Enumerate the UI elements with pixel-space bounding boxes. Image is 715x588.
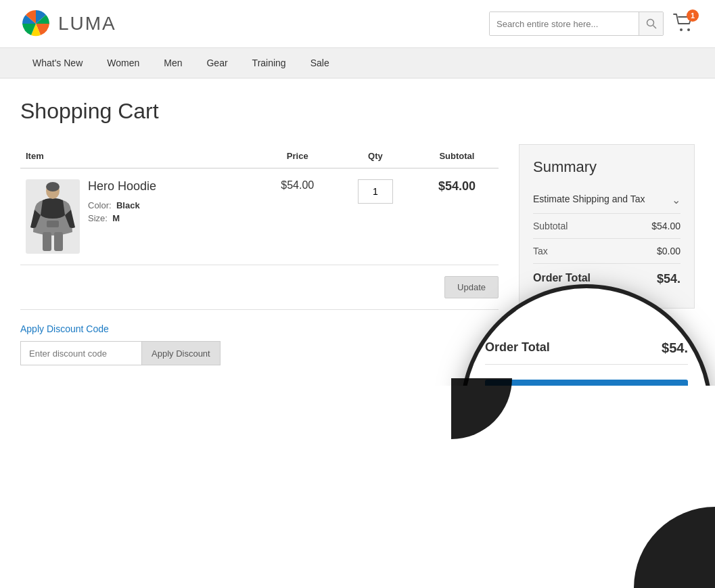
- nav-item-men[interactable]: Men: [152, 48, 194, 78]
- apply-discount-button[interactable]: Apply Discount: [142, 341, 221, 365]
- item-qty-cell: [336, 168, 415, 265]
- col-price: Price: [260, 144, 336, 168]
- logo-area[interactable]: LUMA: [20, 8, 116, 39]
- svg-rect-7: [43, 232, 51, 251]
- nav-item-whats-new[interactable]: What's New: [20, 48, 95, 78]
- discount-section: Apply Discount Code Apply Discount: [20, 323, 499, 365]
- cart-area[interactable]: 1: [673, 14, 695, 35]
- color-value: Black: [116, 200, 140, 210]
- logo-text: LUMA: [58, 13, 116, 35]
- qty-input[interactable]: [358, 179, 393, 204]
- item-info: Hero Hoodie Color: Black Size: M: [80, 179, 156, 226]
- cart-actions: Update: [20, 265, 499, 310]
- search-input[interactable]: [490, 12, 639, 35]
- col-item: Item: [20, 144, 260, 168]
- item-name: Hero Hoodie: [88, 179, 156, 194]
- update-cart-button[interactable]: Update: [444, 276, 499, 298]
- discount-code-input[interactable]: [20, 341, 142, 365]
- cart-icon-wrap: 1: [673, 14, 695, 35]
- checkout-button[interactable]: Go to Checkout: [485, 380, 688, 386]
- col-qty: Qty: [336, 144, 415, 168]
- item-color: Color: Black: [88, 200, 156, 210]
- nav-item-gear[interactable]: Gear: [194, 48, 239, 78]
- discount-form: Apply Discount: [20, 341, 499, 365]
- zoom-order-total-label: Order Total: [485, 340, 550, 356]
- subtotal-row: Subtotal $54.00: [533, 214, 681, 239]
- nav-item-training[interactable]: Training: [240, 48, 298, 78]
- search-icon: [646, 18, 657, 29]
- subtotal-label: Subtotal: [533, 221, 568, 231]
- summary-title: Summary: [533, 158, 681, 176]
- estimate-shipping-row[interactable]: Estimate Shipping and Tax ⌄: [533, 187, 681, 214]
- order-total-value: $54.: [657, 272, 681, 286]
- item-subtotal: $54.00: [415, 168, 499, 265]
- item-cell: Hero Hoodie Color: Black Size: M: [26, 179, 254, 254]
- item-price: $54.00: [260, 168, 336, 265]
- zoom-order-total-value: $54.: [662, 340, 688, 356]
- cart-right: Summary Estimate Shipping and Tax ⌄ Subt…: [519, 144, 695, 365]
- subtotal-value: $54.00: [651, 221, 681, 231]
- header-right: 1: [489, 12, 695, 36]
- estimate-chevron-icon: ⌄: [672, 194, 681, 206]
- tax-label: Tax: [533, 246, 548, 256]
- svg-line-2: [653, 26, 656, 29]
- product-image-icon: [28, 181, 78, 252]
- estimate-label: Estimate Shipping and Tax: [533, 194, 672, 204]
- main-content: Shopping Cart Item Price Qty Subtotal: [0, 78, 715, 386]
- cart-left: Item Price Qty Subtotal: [20, 144, 499, 365]
- color-label: Color:: [88, 200, 112, 210]
- search-box[interactable]: [489, 12, 664, 36]
- svg-point-1: [647, 20, 653, 26]
- order-total-label: Order Total: [533, 272, 591, 286]
- item-image: [26, 179, 80, 254]
- apply-discount-link[interactable]: Apply Discount Code: [20, 323, 109, 334]
- col-subtotal: Subtotal: [415, 144, 499, 168]
- main-nav: What's New Women Men Gear Training Sale: [0, 48, 715, 78]
- item-size: Size: M: [88, 213, 156, 223]
- svg-point-6: [46, 182, 60, 191]
- table-row: Hero Hoodie Color: Black Size: M: [20, 168, 499, 265]
- size-label: Size:: [88, 213, 108, 223]
- luma-logo-icon: [20, 8, 51, 39]
- zoom-order-total: Order Total $54.: [485, 340, 688, 365]
- summary-panel: Summary Estimate Shipping and Tax ⌄ Subt…: [519, 144, 695, 309]
- page-title: Shopping Cart: [20, 99, 695, 124]
- header: LUMA 1: [0, 0, 715, 48]
- cart-layout: Item Price Qty Subtotal: [20, 144, 695, 365]
- svg-point-3: [680, 28, 683, 31]
- svg-point-4: [687, 28, 690, 31]
- tax-value: $0.00: [657, 246, 681, 256]
- size-value: M: [112, 213, 120, 223]
- cart-badge: 1: [687, 9, 699, 22]
- nav-item-women[interactable]: Women: [95, 48, 152, 78]
- cart-table: Item Price Qty Subtotal: [20, 144, 499, 265]
- search-button[interactable]: [639, 12, 663, 35]
- tax-row: Tax $0.00: [533, 239, 681, 264]
- svg-rect-8: [54, 232, 63, 251]
- svg-rect-9: [47, 221, 59, 227]
- nav-item-sale[interactable]: Sale: [298, 48, 342, 78]
